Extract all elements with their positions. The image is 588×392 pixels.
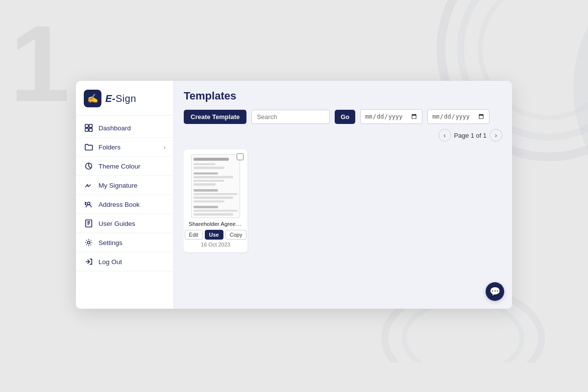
sidebar-item-address-book[interactable]: Address Book	[76, 195, 173, 214]
prev-page-button[interactable]: ‹	[439, 129, 451, 142]
doc-line-4	[194, 180, 224, 182]
template-card: Shareholder Agreemen... Edit Use Copy 16…	[184, 149, 247, 252]
logout-icon	[84, 257, 94, 267]
template-date: 16 Oct 2023	[201, 242, 230, 247]
sidebar-item-settings[interactable]: Settings	[76, 233, 173, 252]
logo-text: E-Sign	[105, 93, 136, 104]
template-checkbox[interactable]	[237, 153, 244, 160]
doc-line-9	[194, 210, 238, 212]
chat-button[interactable]: 💬	[486, 282, 504, 301]
sidebar-label-settings: Settings	[98, 239, 122, 246]
doc-section	[194, 172, 218, 175]
doc-line-2	[194, 167, 224, 169]
sidebar-item-theme-colour[interactable]: Theme Colour	[76, 157, 173, 176]
svg-rect-9	[89, 128, 92, 131]
copy-button[interactable]: Copy	[225, 230, 247, 240]
book-icon	[84, 219, 94, 228]
go-button[interactable]: Go	[335, 110, 355, 124]
use-button[interactable]: Use	[205, 230, 223, 240]
svg-rect-13	[85, 204, 86, 205]
gear-icon	[84, 238, 94, 247]
card-actions: Edit Use Copy	[185, 230, 247, 240]
folder-icon	[84, 142, 94, 152]
sidebar-item-folders[interactable]: Folders ›	[76, 138, 173, 157]
sidebar-item-my-signature[interactable]: My Signature	[76, 176, 173, 195]
pagination: ‹ Page 1 of 1 ›	[439, 129, 503, 142]
chat-icon: 💬	[490, 286, 500, 297]
template-name: Shareholder Agreemen...	[189, 221, 243, 227]
toolbar: Create Template Go ‹ Page 1 of 1 ›	[184, 109, 502, 142]
page-title: Templates	[184, 90, 502, 102]
pagination-text: Page 1 of 1	[454, 132, 487, 139]
chevron-right-icon: ›	[164, 144, 166, 151]
bg-number: 1	[10, 10, 70, 118]
svg-rect-12	[85, 202, 86, 203]
svg-rect-6	[85, 124, 88, 127]
next-page-button[interactable]: ›	[490, 129, 502, 142]
logo-icon: ✍	[84, 90, 101, 107]
sidebar-label-folders: Folders	[98, 144, 121, 151]
doc-line-7	[194, 196, 233, 199]
doc-line-6	[194, 193, 238, 196]
doc-section-3	[194, 206, 218, 208]
doc-line-8	[194, 200, 224, 203]
create-template-button[interactable]: Create Template	[184, 110, 246, 124]
svg-point-5	[404, 301, 522, 363]
svg-point-15	[87, 241, 90, 244]
contacts-icon	[84, 199, 94, 209]
dashboard-icon	[84, 123, 94, 133]
templates-grid: Shareholder Agreemen... Edit Use Copy 16…	[184, 149, 502, 304]
doc-preview	[191, 154, 240, 218]
signature-icon	[84, 180, 94, 190]
date-from-input[interactable]	[360, 109, 422, 124]
date-to-input[interactable]	[427, 109, 490, 124]
sidebar-item-log-out[interactable]: Log Out	[76, 252, 173, 271]
doc-line-5	[194, 183, 216, 186]
sidebar-label-log-out: Log Out	[98, 258, 122, 266]
sidebar-label-theme-colour: Theme Colour	[98, 163, 141, 170]
edit-button[interactable]: Edit	[185, 230, 203, 240]
main-content: Templates Create Template Go ‹ Page 1 of…	[174, 81, 512, 309]
theme-colour-icon	[84, 161, 94, 171]
sidebar-item-user-guides[interactable]: User Guides	[76, 214, 173, 233]
svg-rect-14	[86, 220, 92, 227]
doc-line-1	[194, 163, 216, 166]
doc-line-10	[194, 213, 233, 216]
svg-rect-7	[89, 124, 92, 127]
doc-line-3	[194, 176, 233, 178]
app-window: ✍ E-Sign Dashboard Folders › Theme Colou…	[76, 81, 512, 309]
doc-section-2	[194, 189, 218, 192]
logo: ✍ E-Sign	[76, 81, 173, 116]
svg-rect-8	[85, 128, 88, 131]
svg-point-11	[87, 202, 90, 205]
sidebar-label-user-guides: User Guides	[98, 220, 135, 227]
doc-line-title	[194, 158, 229, 161]
sidebar: ✍ E-Sign Dashboard Folders › Theme Colou…	[76, 81, 174, 309]
sidebar-label-my-signature: My Signature	[98, 182, 138, 189]
sidebar-label-dashboard: Dashboard	[98, 124, 131, 132]
search-input[interactable]	[251, 110, 330, 124]
sidebar-item-dashboard[interactable]: Dashboard	[76, 119, 173, 138]
sidebar-label-address-book: Address Book	[98, 201, 140, 208]
